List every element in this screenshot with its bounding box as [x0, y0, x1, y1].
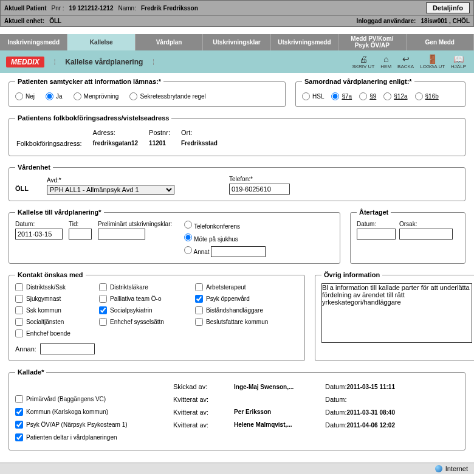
atertaget-legend: Återtaget: [357, 209, 391, 216]
ovrig-legend: Övrig information: [321, 271, 382, 278]
atertaget-datum-input[interactable]: [357, 229, 396, 240]
tab-vardplan[interactable]: Vårdplan: [136, 34, 203, 50]
door-icon: 🚪: [427, 54, 438, 64]
chk-socialpsykiatrin[interactable]: Socialpsykiatrin: [99, 306, 190, 314]
kallelse-datum-input[interactable]: [15, 229, 63, 240]
skickad-av-value: Inge-Maj Swenson,...: [234, 384, 325, 390]
skickad-av-label: Skickad av:: [173, 383, 234, 390]
samtycke-nej[interactable]: Nej: [15, 92, 35, 100]
samordnad-9[interactable]: §9: [359, 92, 376, 100]
enhet-label: Aktuell enhet:: [4, 18, 44, 24]
chk-distriktssk[interactable]: Distriktssk/Ssk: [15, 283, 94, 291]
chk-psyk-oppenvard[interactable]: Psyk öppenvård: [195, 295, 298, 303]
kvitterat-datum-3: 2011-04-06 12:02: [346, 422, 395, 429]
mote-radio[interactable]: Möte på sjukhus: [184, 233, 266, 243]
inloggad-label: Inloggad användare:: [357, 18, 416, 24]
tab-utskrivningsklar[interactable]: Utskrivningsklar: [203, 34, 270, 50]
samordnad-hsl[interactable]: HSL: [302, 92, 324, 100]
print-button[interactable]: 🖨SKRIV UT: [350, 54, 376, 69]
prel-input[interactable]: [98, 229, 145, 240]
ort-label: Ort:: [181, 128, 227, 137]
atertaget-datum-label: Datum:: [357, 221, 396, 227]
chk-ssk-kommun[interactable]: Ssk kommun: [15, 306, 94, 314]
kallade-legend: Kallade*: [15, 368, 46, 376]
chk-arbetsterapeut[interactable]: Arbetsterapeut: [195, 283, 298, 291]
chk-enhchef-syssel[interactable]: Enhchef sysselsättn: [99, 318, 190, 326]
telekonferens-radio[interactable]: Telefonkonferens: [184, 221, 266, 230]
globe-icon: [435, 465, 442, 472]
vardenhet-legend: Vårdenhet: [15, 164, 53, 171]
kallelse-legend: Kallelse till vårdplanering*: [15, 209, 104, 216]
annat-input[interactable]: [211, 246, 266, 257]
brand-logo: MEDDIX: [6, 57, 44, 67]
samtycke-ja[interactable]: Ja: [46, 92, 63, 100]
detaljinfo-button[interactable]: Detaljinfo: [426, 2, 470, 13]
skickad-datum: 2011-03-15 11:11: [346, 384, 395, 390]
printer-icon: 🖨: [359, 54, 368, 64]
annan-label: Annan:: [15, 345, 36, 353]
telefon-label: Telefon:*: [229, 176, 290, 182]
home-icon: ⌂: [383, 54, 388, 64]
home-button[interactable]: ⌂HEM: [379, 54, 393, 69]
logout-button[interactable]: 🚪LOGGA UT: [418, 54, 447, 69]
kallelse-tid-input[interactable]: [69, 229, 92, 240]
kvitterat-label-1: Kvitterat av:: [173, 396, 234, 403]
ovrig-textarea[interactable]: Bl a information till kallade parter för…: [321, 283, 472, 343]
kvitterat-label-3: Kvitterat av:: [173, 421, 234, 429]
kontakt-legend: Kontakt önskas med: [15, 271, 86, 278]
chk-bistand[interactable]: Biståndshandläggare: [195, 306, 298, 314]
chk-psyk-ovap[interactable]: Psyk ÖV/AP (Närpsyk Psykosteam 1): [15, 421, 173, 429]
samtycke-sekretess[interactable]: Sekretessbrytande regel: [129, 92, 205, 100]
page-title: Kallelse vårdplanering: [65, 58, 143, 66]
back-arrow-icon: ↩: [402, 54, 410, 64]
samtycke-legend: Patienten samtycker att information lämn…: [15, 78, 163, 85]
samordnad-7a[interactable]: §7a: [331, 92, 352, 100]
kvitterat-label-2: Kvitterat av:: [173, 409, 234, 416]
tab-inskrivningsmedd[interactable]: Inskrivningsmedd: [0, 34, 67, 50]
samtycke-menprovning[interactable]: Menprövning: [74, 92, 119, 100]
kallelse-tid-label: Tid:: [69, 221, 92, 227]
folkbok-row-label: Folkbokföringsadress:: [16, 139, 92, 148]
adress-value: fredriksgatan12: [93, 139, 148, 148]
atertaget-orsak-input[interactable]: [399, 229, 453, 240]
separator-icon: ¦: [54, 58, 56, 65]
annat-radio[interactable]: Annat: [184, 246, 266, 257]
namn-label: Namn:: [118, 5, 136, 12]
avd-select[interactable]: PPH ALL1 - Allmänpsyk Avd 1: [47, 185, 174, 195]
inloggad-value: 18isw001 , CHÖL: [421, 18, 470, 24]
chk-beslutsfattare[interactable]: Beslutsfattare kommun: [195, 318, 298, 326]
adress-label: Adress:: [93, 128, 148, 137]
kvitterat-name-2: Per Eriksson: [234, 409, 325, 415]
prel-label: Preliminärt utskrivningsklar:: [98, 221, 172, 227]
tab-gen-medd[interactable]: Gen Medd: [407, 34, 474, 50]
status-internet: Internet: [445, 465, 468, 472]
samordnad-12a[interactable]: §12a: [383, 92, 407, 100]
samordnad-16b[interactable]: §16b: [415, 92, 439, 100]
book-icon: 📖: [453, 54, 464, 64]
chk-distriktslakare[interactable]: Distriktsläkare: [99, 283, 190, 291]
atertaget-orsak-label: Orsak:: [399, 221, 453, 227]
pnr-value: 19 121212-1212: [69, 5, 114, 12]
aktuell-patient-label: Aktuell Patient: [4, 5, 46, 12]
namn-value: Fredrik Fredriksson: [141, 5, 198, 12]
vardenhet-oll: ÖLL: [15, 185, 29, 195]
back-button[interactable]: ↩BACKA: [396, 54, 416, 69]
telefon-input[interactable]: [229, 184, 290, 195]
chk-kommun[interactable]: Kommun (Karlskoga kommun): [15, 408, 173, 416]
chk-socialtjansten[interactable]: Socialtjänsten: [15, 318, 94, 326]
tab-kallelse[interactable]: Kallelse: [67, 34, 135, 50]
chk-patienten-deltar[interactable]: Patienten deltar i vårdplaneringen: [15, 433, 173, 441]
tab-medd-pvkom[interactable]: Medd PV/Kom/ Psyk ÖV/AP: [338, 34, 406, 50]
tab-utskrivningsmedd[interactable]: Utskrivningsmedd: [271, 34, 338, 50]
help-button[interactable]: 📖HJÄLP: [449, 54, 468, 69]
kvitterat-datum-2: 2011-03-31 08:40: [346, 409, 395, 416]
chk-primarvard[interactable]: Primärvård (Baggängens VC): [15, 395, 173, 403]
chk-sjukgymnast[interactable]: Sjukgymnast: [15, 295, 94, 303]
chk-enhchef-boende[interactable]: Enhchef boende: [15, 329, 94, 337]
samordnad-legend: Samordnad vårdplanering enligt:*: [302, 78, 414, 85]
annan-input[interactable]: [40, 343, 95, 354]
chk-palliativa[interactable]: Palliativa team Ö-o: [99, 295, 190, 303]
pnr-label: Pnr :: [51, 5, 64, 12]
folkbok-legend: Patientens folkbokföringsadress/vistelse…: [15, 114, 171, 122]
enhet-value: ÖLL: [49, 18, 61, 24]
